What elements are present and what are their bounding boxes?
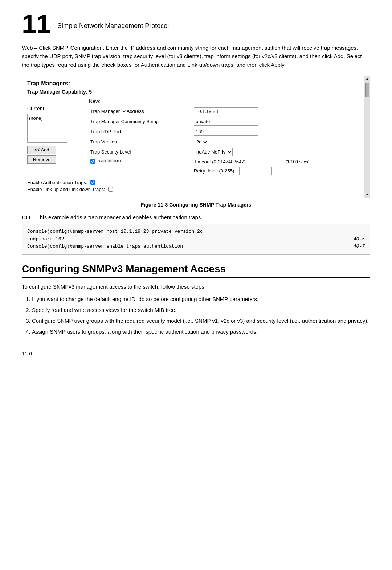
trap-managers-title: Trap Managers: [27,80,365,87]
trap-inform-label: Trap Inform [97,158,124,163]
secs-label: (1/100 secs) [286,159,310,164]
udp-field-label: Trap UDP Port [89,127,192,137]
list-item-3: Configure SNMP user groups with the requ… [32,317,370,325]
field-row-security: Trap Security Level noAuthNoPriv authNoP… [89,147,365,157]
timeout-label: Timeout (0-2147483647) [194,159,249,164]
code-line-1-text: Console(config)#snmp-server host 10.1.19… [27,228,203,236]
field-row-community: Trap Manager Community String [89,117,365,127]
numbered-list: If you want to change the default engine… [22,295,370,336]
trap-capability: Trap Manager Capability: 5 [27,89,365,95]
retry-input[interactable] [239,167,272,175]
version-field-label: Trap Version [89,137,192,147]
ip-field-input[interactable] [194,107,258,115]
udp-field-input[interactable] [194,128,258,136]
page-header: 11 Simple Network Management Protocol [22,11,370,37]
ip-field-label: Trap Manager IP Address [89,106,192,117]
scroll-down-arrow[interactable]: ▼ [365,192,370,197]
trap-fields-table: Trap Manager IP Address Trap Manager Com… [89,106,365,176]
security-select[interactable]: noAuthNoPriv authNoPriv authPriv [194,148,233,156]
retry-label: Retry times (0-255) [194,168,237,174]
current-label: Current: [27,106,46,111]
enable-linkdown-traps-row: Enable Link-up and Link-down Traps: [27,187,365,192]
figure-caption: Figure 11-3 Configuring SNMP Trap Manage… [22,202,370,208]
trap-inform-inner: Timeout (0-2147483647) (1/100 secs) Retr… [194,158,363,175]
scrollbar[interactable]: ▲ ▼ [364,76,370,198]
timeout-row: Timeout (0-2147483647) (1/100 secs) [194,158,363,166]
new-label: New: [89,98,365,104]
field-row-ip: Trap Manager IP Address [89,106,365,117]
community-field-input[interactable] [194,118,258,126]
current-list[interactable]: (none) [27,114,67,143]
page-number: 11-6 [22,351,370,357]
chapter-number: 11 [22,11,51,37]
cli-heading: CLI – This example adds a trap manager a… [22,214,370,220]
timeout-input[interactable] [251,158,283,166]
cli-bold-label: CLI [22,214,30,220]
scroll-thumb[interactable] [365,83,369,97]
trap-right-panel: New: Trap Manager IP Address Trap Manage… [89,98,365,176]
code-line-3-text: Console(config)#snmp-server enable traps… [27,243,183,251]
intro-paragraph: Web – Click SNMP, Configuration. Enter t… [22,44,370,69]
remove-button[interactable]: Remove [27,155,56,164]
cli-heading-rest: – This example adds a trap manager and e… [30,214,202,220]
cli-section: CLI – This example adds a trap manager a… [22,214,370,255]
field-row-version: Trap Version 1 2c 3 [89,137,365,147]
code-line-2-text: udp-port 162 [27,236,64,243]
enable-auth-checkbox[interactable] [90,180,95,185]
community-field-label: Trap Manager Community String [89,117,192,127]
enable-auth-label: Enable Authentication Traps: [27,180,87,185]
trap-inform-checkbox[interactable] [90,159,95,164]
scroll-up-arrow[interactable]: ▲ [365,76,370,81]
code-line-2-num: 40-5 [354,236,365,243]
trap-inform-row: Trap Inform Timeout (0-2147483647) (1/10… [89,157,365,176]
trap-left-panel: Current: (none) << Add Remove [27,98,89,176]
trap-form-area: Current: (none) << Add Remove New: Trap … [27,98,365,176]
trap-managers-box: Trap Managers: Trap Manager Capability: … [22,76,370,198]
enable-linkdown-checkbox[interactable] [108,187,113,192]
enable-auth-traps-row: Enable Authentication Traps: [27,180,365,185]
code-line-1: Console(config)#snmp-server host 10.1.19… [27,228,365,236]
code-line-3: Console(config)#snmp-server enable traps… [27,243,365,251]
list-item-1: If you want to change the default engine… [32,295,370,304]
field-row-udp: Trap UDP Port [89,127,365,137]
retry-row: Retry times (0-255) [194,167,363,175]
section-intro: To configure SNMPv3 management access to… [22,284,370,290]
code-line-3-num: 40-7 [354,243,365,251]
enable-traps-area: Enable Authentication Traps: Enable Link… [27,180,365,192]
chapter-title: Simple Network Management Protocol [57,19,169,30]
security-field-label: Trap Security Level [89,147,192,157]
enable-linkdown-label: Enable Link-up and Link-down Traps: [27,187,105,192]
code-box: Console(config)#snmp-server host 10.1.19… [22,224,370,255]
list-item-2: Specify read and write access views for … [32,306,370,314]
list-item-4: Assign SNMP users to groups, along with … [32,327,370,336]
version-select[interactable]: 1 2c 3 [194,138,208,146]
code-line-2: udp-port 162 40-5 [27,236,365,243]
add-button[interactable]: << Add [27,146,56,154]
section-heading: Configuring SNMPv3 Management Access [22,263,370,278]
